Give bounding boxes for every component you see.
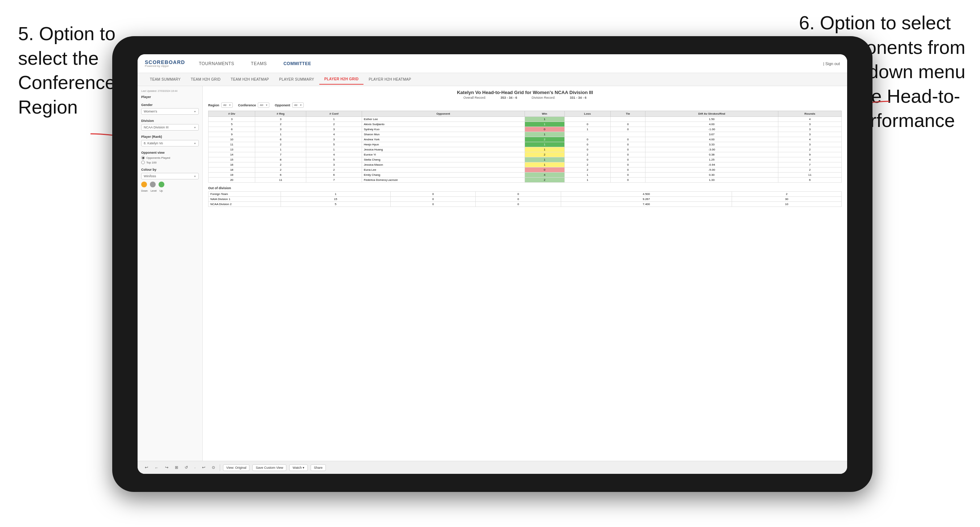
subnav-team-h2h-heatmap[interactable]: TEAM H2H HEATMAP <box>226 75 274 84</box>
legend-labels: Down Level Up <box>141 189 199 192</box>
nav-committee[interactable]: COMMITTEE <box>280 60 314 68</box>
cell-diff: 1.50 <box>645 117 778 122</box>
cell-diff: 1.25 <box>645 157 778 162</box>
th-win: Win <box>525 111 565 117</box>
main-title: Katelyn Vo Head-to-Head Grid for Women's… <box>208 90 842 95</box>
cell-rounds: 2 <box>778 167 842 173</box>
ood-cell-win: 1 <box>281 192 391 197</box>
cell-conf: 5 <box>306 142 362 147</box>
sidebar-player-rank-select[interactable]: 8. Katelyn Vo <box>141 140 199 146</box>
table-row: 3 3 1 Esther Lee 1 1.50 4 <box>208 117 842 122</box>
table-row: 14 7 4 Eunice Yi 2 2 0 0.38 9 <box>208 152 842 157</box>
legend-up-label: Up <box>160 189 163 192</box>
toolbar-refresh[interactable]: ↺ <box>183 464 190 471</box>
radio-opponents-played[interactable]: Opponents Played <box>141 156 199 160</box>
ood-cell-tie: 0 <box>476 197 561 202</box>
cell-tie: 0 <box>610 142 645 147</box>
ood-table-body: Foreign Team 1 0 0 4.500 2 NAIA Division… <box>208 192 842 207</box>
cell-div: 20 <box>208 178 255 183</box>
sidebar-division-select[interactable]: NCAA Division III <box>141 124 199 130</box>
cell-loss: 1 <box>565 178 610 183</box>
cell-opponent: Esther Lee <box>362 117 525 122</box>
cell-loss <box>565 117 610 122</box>
toolbar-back[interactable]: ← <box>153 464 161 471</box>
filter-opponent-select[interactable]: All <box>292 102 304 108</box>
th-tie: Tie <box>610 111 645 117</box>
cell-reg: 3 <box>255 127 306 132</box>
toolbar-grid[interactable]: ⊞ <box>173 464 180 471</box>
subnav-player-h2h-heatmap[interactable]: PLAYER H2H HEATMAP <box>363 75 416 84</box>
cell-rounds: 2 <box>778 147 842 152</box>
th-conf: # Conf <box>306 111 362 117</box>
table-row: 18 2 2 Euna Lee 0 2 0 -5.00 2 <box>208 167 842 173</box>
cell-diff: -3.00 <box>645 147 778 152</box>
subnav-player-h2h-grid[interactable]: PLAYER H2H GRID <box>319 74 364 85</box>
cell-rounds: 4 <box>778 137 842 142</box>
tablet-screen: SCOREBOARD Powered by clippd TOURNAMENTS… <box>138 54 847 474</box>
cell-conf: 7 <box>306 178 362 183</box>
filter-region-select[interactable]: All <box>221 102 233 108</box>
toolbar-dot[interactable]: · <box>192 464 197 471</box>
cell-loss: 0 <box>565 157 610 162</box>
th-reg: # Reg <box>255 111 306 117</box>
cell-diff: 4.00 <box>645 122 778 127</box>
toolbar-undo[interactable]: ↩ <box>143 464 150 471</box>
cell-reg: 2 <box>255 142 306 147</box>
filter-conference-group: Conference All <box>238 102 270 108</box>
cell-rounds: 3 <box>778 122 842 127</box>
cell-opponent: Euna Lee <box>362 167 525 173</box>
cell-win: 1 <box>525 162 565 167</box>
subnav-team-summary[interactable]: TEAM SUMMARY <box>145 75 186 84</box>
division-record-label: Division Record: <box>532 96 556 100</box>
table-row: 10 6 3 Andrea York 2 0 0 4.00 4 <box>208 137 842 142</box>
subnav-player-summary[interactable]: PLAYER SUMMARY <box>274 75 319 84</box>
ood-table-row: NAIA Division 1 15 0 0 9.267 30 <box>208 197 842 202</box>
filter-region-group: Region All <box>208 102 233 108</box>
cell-win: 0 <box>525 127 565 132</box>
toolbar-save-custom[interactable]: Save Custom View <box>252 464 286 471</box>
ood-cell-loss: 0 <box>391 192 476 197</box>
table-row: 9 1 4 Sharon Mun 1 3.67 3 <box>208 132 842 137</box>
toolbar-circle[interactable]: ⊙ <box>210 464 217 471</box>
cell-opponent: Heejo Hyun <box>362 142 525 147</box>
cell-opponent: Alexis Sudjianto <box>362 122 525 127</box>
toolbar-view-original[interactable]: View: Original <box>223 464 250 471</box>
subnav-team-h2h-grid[interactable]: TEAM H2H GRID <box>186 75 226 84</box>
ood-cell-loss: 0 <box>391 197 476 202</box>
toolbar-redo[interactable]: ↪ <box>163 464 170 471</box>
cell-opponent: Sydney Kuo <box>362 127 525 132</box>
cell-loss: 0 <box>565 142 610 147</box>
filter-conference-select[interactable]: All <box>258 102 269 108</box>
cell-rounds: 6 <box>778 178 842 183</box>
cell-win: 1 <box>525 157 565 162</box>
ood-cell-rounds: 30 <box>732 197 842 202</box>
table-row: 19 6 6 Emily Chang 4 1 0 0.30 11 <box>208 173 842 178</box>
legend-circle-level <box>150 182 156 187</box>
table-row: 5 2 2 Alexis Sudjianto 1 0 0 4.00 3 <box>208 122 842 127</box>
cell-div: 10 <box>208 137 255 142</box>
sidebar-gender-select[interactable]: Women's <box>141 108 199 115</box>
toolbar-share[interactable]: Share <box>310 464 326 471</box>
table-row: 13 1 1 Jessica Huang 1 0 0 -3.00 2 <box>208 147 842 152</box>
cell-rounds: 7 <box>778 162 842 167</box>
cell-loss: 2 <box>565 152 610 157</box>
ood-cell-diff: 4.500 <box>561 192 732 197</box>
sidebar-player-label: Player <box>141 95 199 99</box>
radio-opponents-played-label: Opponents Played <box>146 156 170 160</box>
table-row: 16 2 3 Jessica Mason 1 2 0 -0.94 7 <box>208 162 842 167</box>
toolbar-undo2[interactable]: ↩ <box>200 464 207 471</box>
ood-cell-name: NCAA Division 2 <box>208 202 281 207</box>
content-area: Katelyn Vo Head-to-Head Grid for Women's… <box>203 86 847 461</box>
toolbar-watch[interactable]: Watch ▾ <box>289 464 308 471</box>
cell-diff: 1.33 <box>645 178 778 183</box>
sign-out-button[interactable]: | Sign out <box>823 62 840 66</box>
nav-teams[interactable]: TEAMS <box>248 60 270 68</box>
overall-record-value: 353 - 34 - 6 <box>500 96 517 100</box>
cell-win: 1 <box>525 132 565 137</box>
cell-tie: 0 <box>610 127 645 132</box>
cell-tie: 0 <box>610 122 645 127</box>
cell-loss: 2 <box>565 162 610 167</box>
radio-top100[interactable]: Top 100 <box>141 160 199 164</box>
sidebar-colour-select[interactable]: Win/loss <box>141 173 199 179</box>
nav-tournaments[interactable]: TOURNAMENTS <box>196 60 237 68</box>
